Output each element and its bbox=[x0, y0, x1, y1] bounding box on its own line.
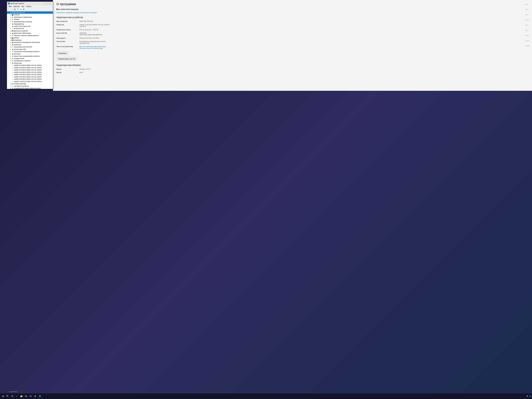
video-expand-icon: ▼ bbox=[10, 23, 12, 25]
tree-item-sw-dev[interactable]: ▶ 📋 Программные устройства bbox=[7, 60, 53, 62]
properties-btn[interactable]: ⊡ bbox=[19, 8, 22, 11]
tree-item-software[interactable]: ▶ 📦 Компоненты программного обеспечения bbox=[7, 41, 53, 43]
device-manager-titlebar: ⊟ Диспетчер устройств ─ □ × bbox=[7, 2, 53, 5]
menu-help[interactable]: Справка bbox=[25, 5, 32, 7]
start-button[interactable]: ⊞ bbox=[1, 394, 5, 398]
security-link[interactable]: Просмотреть сведения в разделе "Безопасн… bbox=[56, 12, 529, 13]
minimize-button[interactable]: ─ bbox=[43, 2, 45, 5]
tree-item-firmware[interactable]: ▶ 📄 Встроенное ПО bbox=[7, 27, 53, 30]
tree-item-cpu7[interactable]: □ Intel(R) Core(TM) i5-8250U CPU @ 1.60G… bbox=[7, 78, 53, 80]
tree-item-network[interactable]: ▶ 🌐 Сетевые адаптеры bbox=[7, 83, 53, 85]
tree-item-disk[interactable]: ▶ 💾 Дисковые устройства bbox=[7, 30, 53, 32]
help-icon-btn[interactable]: ? bbox=[16, 8, 19, 11]
edge-button[interactable]: e bbox=[15, 394, 19, 398]
right-labels: Сол... Пар... Диc... Удал... Защ... Доп.… bbox=[525, 3, 531, 47]
device-manager-menubar: Файл Действие Вид Справка bbox=[7, 5, 53, 8]
tree-item-system[interactable]: ▶ 📁 Системные устройства bbox=[7, 85, 53, 87]
uhd-label: Intel(R) UHD Graphics 620 bbox=[14, 25, 30, 27]
camera-expand-icon: ▶ bbox=[10, 37, 12, 39]
menu-file[interactable]: Файл bbox=[7, 5, 13, 7]
firmware-icon: 📄 bbox=[12, 28, 13, 30]
tree-item-ide[interactable]: ▶ 🔧 Контроллеры IDE ATA/ATAPI bbox=[7, 46, 53, 48]
cpu5-label: Intel(R) Core(TM) i5-8250U CPU @ 1.60GHz bbox=[14, 74, 42, 75]
tree-item-hid[interactable]: ▶ 🖱 Устройства HID (Human Interface Devi… bbox=[7, 87, 53, 89]
tree-item-cpu8[interactable]: □ Intel(R) Core(TM) i5-8250U CPU @ 1.60G… bbox=[7, 80, 53, 83]
copy-button[interactable]: Копировать bbox=[56, 51, 68, 55]
specs-table: Имя устройства DESKTOP-DET4UVI Процессор… bbox=[56, 20, 529, 49]
tray-search-icon[interactable]: 🔍 bbox=[526, 395, 528, 397]
tree-item-camera[interactable]: ▶ 📷 Камеры bbox=[7, 37, 53, 39]
hid-expand-icon: ▶ bbox=[10, 87, 12, 89]
bluetooth-label: Bluetooth bbox=[14, 14, 20, 16]
taskview-button[interactable]: ⧉ bbox=[10, 394, 14, 398]
battery-expand-icon: ▶ bbox=[10, 18, 12, 20]
protection-text: Ваш компьютер защищён. bbox=[56, 8, 529, 10]
close-button[interactable]: × bbox=[49, 2, 52, 5]
tree-item-keyboard[interactable]: ▶ ⌨ Клавиатуры bbox=[7, 39, 53, 41]
console-btn[interactable]: 🖥 bbox=[22, 8, 25, 11]
bluetooth-expand-icon: ▶ bbox=[10, 14, 12, 16]
battery-label: Батареи bbox=[14, 19, 19, 20]
computer-label: Компьютер bbox=[14, 44, 21, 45]
tree-item-monitor[interactable]: ▶ 🖥 Мониторы bbox=[7, 53, 53, 55]
mouse-icon: 🖱 bbox=[12, 55, 13, 57]
disk-icon: 💾 bbox=[12, 30, 13, 32]
maximize-button[interactable]: □ bbox=[46, 2, 49, 5]
store-button[interactable]: 🛍 bbox=[24, 394, 28, 398]
tree-item-usb-ctrl[interactable]: ▶ 🔌 Контроллеры USB bbox=[7, 48, 53, 50]
tree-item-usb-mgr[interactable]: ▶ 🔌 Диспетчеры USB-разъема bbox=[7, 32, 53, 34]
tree-item-cpu[interactable]: ▼ 🖥 Процессоры bbox=[7, 62, 53, 64]
mail-button[interactable]: ✉ bbox=[29, 394, 33, 398]
firmware-label: Встроенное ПО bbox=[14, 28, 24, 29]
settings-button[interactable]: ⚙ bbox=[33, 394, 37, 398]
spec-row-product-id: Код продукта 00330-51132-82122-AAOEM bbox=[56, 37, 529, 39]
storage-expand-icon: ▶ bbox=[10, 51, 12, 53]
tree-item-audio[interactable]: ▶ 🔊 Аудиовходы и аудиовыходы bbox=[7, 16, 53, 18]
tree-item-biometric[interactable]: ▶ 👁 Биометрические устройства bbox=[7, 21, 53, 23]
cpu4-icon: □ bbox=[12, 71, 13, 73]
tree-item-computer[interactable]: ▶ 🖥 Компьютер bbox=[7, 43, 53, 46]
tray-user-icon[interactable]: 👤 bbox=[529, 395, 531, 397]
tree-item-video[interactable]: ▼ 🖥 Видеоадаптеры bbox=[7, 23, 53, 25]
cpu1-icon: □ bbox=[12, 64, 13, 66]
disk-label: Дисковые устройства bbox=[14, 30, 28, 32]
cpu8-icon: □ bbox=[12, 80, 13, 82]
rename-button[interactable]: Переименовать этот ПК bbox=[56, 57, 77, 61]
keyboard-icon: ⌨ bbox=[12, 39, 13, 41]
back-button[interactable]: ← bbox=[7, 8, 10, 11]
tree-item-uhd[interactable]: 🖥 Intel(R) UHD Graphics 620 bbox=[7, 25, 53, 27]
tree-item-cpu2[interactable]: □ Intel(R) Core(TM) i5-8250U CPU @ 1.60G… bbox=[7, 67, 53, 69]
active-app-button[interactable]: 🖥 bbox=[38, 394, 42, 398]
device-manager-icon: ⊟ bbox=[8, 3, 10, 4]
usb-mgr-expand-icon: ▶ bbox=[10, 32, 12, 34]
tree-item-cpu4[interactable]: □ Intel(R) Core(TM) i5-8250U CPU @ 1.60G… bbox=[7, 71, 53, 74]
tree-item-cpu1[interactable]: □ Intel(R) Core(TM) i5-8250U CPU @ 1.60G… bbox=[7, 64, 53, 67]
tree-item-cpu3[interactable]: □ Intel(R) Core(TM) i5-8250U CPU @ 1.60G… bbox=[7, 69, 53, 71]
tree-item-bluetooth[interactable]: ▶ 🔵 Bluetooth bbox=[7, 14, 53, 16]
search-button[interactable]: 🔍 bbox=[6, 394, 10, 398]
tree-item-storage[interactable]: ▶ 💿 Контроллеры запоминающих устройств bbox=[7, 50, 53, 53]
tree-item-battery[interactable]: ▶ 🔋 Батареи bbox=[7, 18, 53, 21]
tree-item-mouse[interactable]: ▶ 🖱 Мыши и иные указывающие устройства bbox=[7, 55, 53, 57]
forward-button[interactable]: → bbox=[11, 8, 13, 11]
lenovo-logo: Lenovo bbox=[9, 391, 17, 393]
tree-item-cpu6[interactable]: □ Intel(R) Core(TM) i5-8250U CPU @ 1.60G… bbox=[7, 76, 53, 78]
tree-item-cpu5[interactable]: □ Intel(R) Core(TM) i5-8250U CPU @ 1.60G… bbox=[7, 74, 53, 76]
video-icon: 🖥 bbox=[12, 23, 13, 25]
menu-view[interactable]: Вид bbox=[21, 5, 25, 7]
audio-label: Аудиовходы и аудиовыходы bbox=[14, 16, 32, 18]
storage-icon: 💿 bbox=[12, 51, 13, 53]
tree-item-sound[interactable]: ▶ 🎵 Звуковые, игровые и видеоустройства bbox=[7, 34, 53, 37]
usb-ctrl-expand-icon: ▶ bbox=[10, 48, 12, 50]
tree-item-print[interactable]: ▶ 🖨 Очереди печати bbox=[7, 57, 53, 60]
windows-specs-title: Характеристики Windows bbox=[56, 64, 529, 67]
tree-root[interactable]: ▼ 🖥 DESKTOP-DET4UVI bbox=[7, 11, 53, 14]
computer-icon: 🖥 bbox=[10, 12, 12, 13]
menu-action[interactable]: Действие bbox=[13, 5, 21, 7]
device-tree[interactable]: ▼ 🖥 DESKTOP-DET4UVI ▶ 🔵 Bluetooth ▶ 🔊 Ау… bbox=[7, 11, 53, 89]
computer-icon-btn[interactable]: 🖥 bbox=[13, 8, 16, 11]
cpu6-icon: □ bbox=[12, 76, 13, 78]
about-panel: О программе Ваш компьютер защищён. Просм… bbox=[53, 0, 532, 91]
battery-icon: 🔋 bbox=[12, 18, 13, 20]
explorer-button[interactable]: 📁 bbox=[19, 394, 24, 398]
